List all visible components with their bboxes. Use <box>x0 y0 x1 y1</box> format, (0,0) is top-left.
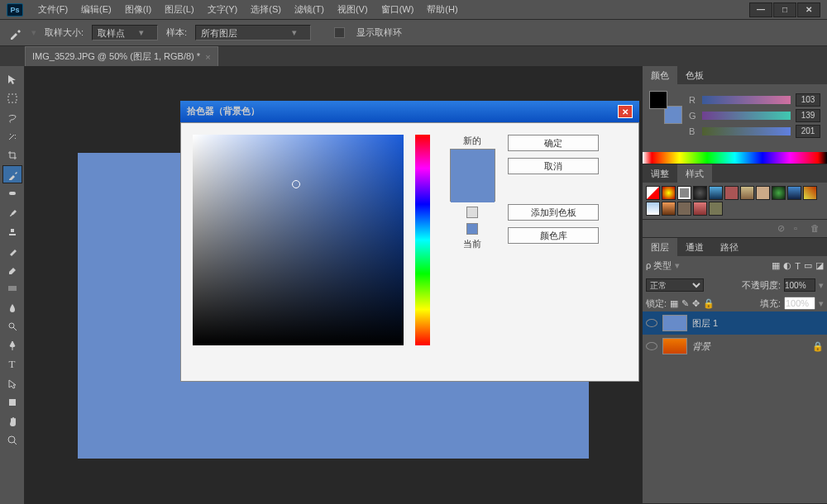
style-swatch[interactable] <box>756 186 770 200</box>
gradient-tool[interactable] <box>2 279 22 297</box>
style-swatch[interactable] <box>662 186 676 200</box>
color-libraries-button[interactable]: 颜色库 <box>508 227 599 244</box>
clear-style-icon[interactable]: ⊘ <box>777 223 789 235</box>
lock-paint-icon[interactable]: ✎ <box>681 298 689 309</box>
history-brush-tool[interactable] <box>2 241 22 259</box>
style-swatch[interactable] <box>646 186 660 200</box>
move-tool[interactable] <box>2 70 22 88</box>
current-color[interactable] <box>451 176 495 202</box>
style-swatch[interactable] <box>709 186 723 200</box>
b-slider[interactable] <box>702 127 791 136</box>
add-swatch-button[interactable]: 添加到色板 <box>508 204 599 221</box>
menu-edit[interactable]: 编辑(E) <box>74 1 118 18</box>
layer-name[interactable]: 背景 <box>692 340 710 353</box>
shape-tool[interactable] <box>2 393 22 411</box>
filter-pixel-icon[interactable]: ▦ <box>772 260 780 271</box>
filter-adjust-icon[interactable]: ◐ <box>783 260 791 271</box>
filter-shape-icon[interactable]: ▭ <box>804 260 812 271</box>
menu-text[interactable]: 文字(Y) <box>201 1 245 18</box>
spectrum-bar[interactable] <box>643 152 827 164</box>
crop-tool[interactable] <box>2 146 22 164</box>
r-slider[interactable] <box>702 96 791 104</box>
g-slider[interactable] <box>702 112 791 120</box>
eyedropper-tool[interactable] <box>2 165 22 183</box>
styles-tab[interactable]: 样式 <box>677 164 712 183</box>
style-swatch[interactable] <box>724 186 739 200</box>
saturation-value-box[interactable] <box>193 135 404 345</box>
fill-input[interactable] <box>784 297 815 310</box>
menu-window[interactable]: 窗口(W) <box>375 1 421 18</box>
layers-tab[interactable]: 图层 <box>643 238 677 256</box>
menu-file[interactable]: 文件(F) <box>31 1 74 18</box>
style-swatch[interactable] <box>772 186 786 200</box>
style-swatch[interactable] <box>740 186 754 200</box>
lock-move-icon[interactable]: ✥ <box>692 298 700 309</box>
document-tab[interactable]: IMG_3529.JPG @ 50% (图层 1, RGB/8) * × <box>25 46 218 66</box>
style-swatch[interactable] <box>693 202 707 216</box>
style-swatch[interactable] <box>662 202 676 216</box>
eraser-tool[interactable] <box>2 260 22 278</box>
menu-image[interactable]: 图像(I) <box>118 1 158 18</box>
filter-smart-icon[interactable]: ◪ <box>815 260 824 271</box>
menu-help[interactable]: 帮助(H) <box>420 1 464 18</box>
wand-tool[interactable] <box>2 127 22 145</box>
lasso-tool[interactable] <box>2 108 22 126</box>
style-swatch[interactable] <box>803 186 817 200</box>
dodge-tool[interactable] <box>2 317 22 335</box>
minimize-button[interactable]: — <box>749 2 772 17</box>
healing-tool[interactable] <box>2 184 22 202</box>
adjust-tab[interactable]: 调整 <box>643 164 677 183</box>
trash-icon[interactable]: 🗑 <box>810 223 822 235</box>
layer-name[interactable]: 图层 1 <box>692 317 718 330</box>
ok-button[interactable]: 确定 <box>508 135 599 151</box>
layer-row-1[interactable]: 图层 1 <box>643 311 827 335</box>
blur-tool[interactable] <box>2 298 22 316</box>
lock-all-icon[interactable]: 🔒 <box>703 298 715 309</box>
style-swatch[interactable] <box>709 202 723 216</box>
hue-slider[interactable] <box>415 135 430 345</box>
show-ring-checkbox[interactable] <box>334 27 345 38</box>
hand-tool[interactable] <box>2 412 22 430</box>
brush-tool[interactable] <box>2 203 22 221</box>
new-style-icon[interactable]: ▫ <box>794 223 805 235</box>
paths-tab[interactable]: 路径 <box>712 238 747 256</box>
visibility-icon[interactable] <box>646 342 657 350</box>
menu-select[interactable]: 选择(S) <box>244 1 288 18</box>
zoom-tool[interactable] <box>2 431 22 449</box>
b-value[interactable]: 201 <box>796 125 820 138</box>
dialog-titlebar[interactable]: 拾色器（背景色） ✕ <box>180 101 639 122</box>
menu-layer[interactable]: 图层(L) <box>158 1 200 18</box>
sample-select[interactable]: 所有图层 ▾ <box>195 25 311 40</box>
style-swatch[interactable] <box>693 186 707 200</box>
marquee-tool[interactable] <box>2 89 22 107</box>
menu-filter[interactable]: 滤镜(T) <box>288 1 331 18</box>
path-select-tool[interactable] <box>2 374 22 392</box>
pen-tool[interactable] <box>2 336 22 354</box>
channels-tab[interactable]: 通道 <box>677 238 712 256</box>
menu-view[interactable]: 视图(V) <box>331 1 375 18</box>
lock-trans-icon[interactable]: ▦ <box>670 298 678 309</box>
style-swatch[interactable] <box>677 202 691 216</box>
type-tool[interactable]: T <box>2 355 22 373</box>
fgbg-swatch[interactable] <box>649 91 682 124</box>
websafe-swatch[interactable] <box>466 223 478 235</box>
blend-mode-select[interactable]: 正常 <box>646 278 704 292</box>
cancel-button[interactable]: 取消 <box>508 158 599 174</box>
color-tab[interactable]: 颜色 <box>643 66 677 84</box>
style-swatch[interactable] <box>677 186 691 200</box>
sample-size-select[interactable]: 取样点 ▾ <box>92 25 158 40</box>
stamp-tool[interactable] <box>2 222 22 240</box>
r-value[interactable]: 103 <box>796 93 820 107</box>
opacity-input[interactable] <box>784 278 815 292</box>
filter-type-icon[interactable]: T <box>795 261 801 271</box>
dialog-close-button[interactable]: ✕ <box>618 105 633 118</box>
gamut-warning-icon[interactable] <box>466 207 478 218</box>
g-value[interactable]: 139 <box>796 109 820 122</box>
close-icon[interactable]: × <box>205 52 210 62</box>
style-swatch[interactable] <box>787 186 801 200</box>
swatch-tab[interactable]: 色板 <box>677 66 712 84</box>
maximize-button[interactable]: □ <box>773 2 796 17</box>
close-button[interactable]: ✕ <box>797 2 820 17</box>
style-swatch[interactable] <box>646 202 660 216</box>
visibility-icon[interactable] <box>646 319 657 327</box>
